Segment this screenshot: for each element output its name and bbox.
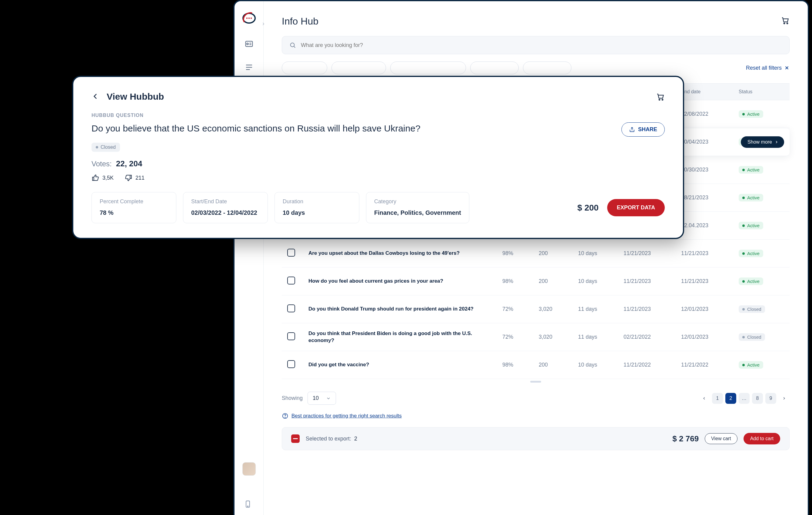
row-percent: 98% [502, 250, 539, 257]
help-icon [282, 412, 288, 419]
user-avatar[interactable] [242, 462, 256, 476]
row-count: 200 [539, 278, 578, 284]
svg-point-2 [246, 18, 247, 19]
search-bar[interactable] [282, 36, 790, 54]
selected-count: 2 [354, 436, 357, 442]
page-9[interactable]: 9 [765, 393, 776, 404]
chevron-down-icon [326, 396, 331, 401]
view-cart-button[interactable]: View cart [705, 433, 737, 444]
row-start: 11/21/2022 [624, 362, 681, 368]
row-end: 11/21/2022 [681, 362, 739, 368]
page-8[interactable]: 8 [752, 393, 763, 404]
svg-point-3 [248, 18, 249, 19]
showing-label: Showing [282, 395, 303, 401]
row-start: 11/21/2023 [624, 306, 681, 312]
row-end: 12/01/2023 [681, 334, 739, 340]
pagination: 12…89 [699, 393, 790, 404]
svg-point-9 [784, 23, 785, 24]
svg-point-4 [250, 18, 252, 19]
filter-pill[interactable] [282, 61, 327, 74]
share-icon [629, 126, 635, 133]
back-button[interactable] [91, 92, 100, 101]
reset-filters[interactable]: Reset all filters [746, 65, 790, 71]
status-badge: Active [739, 222, 763, 229]
page-next[interactable] [779, 393, 790, 404]
page-title: Info Hub [282, 16, 790, 27]
mobile-icon[interactable] [243, 500, 255, 511]
cart-icon[interactable] [781, 16, 790, 25]
help-link[interactable]: Best practices for getting the right sea… [282, 412, 790, 419]
filter-pill[interactable] [523, 61, 572, 74]
filter-pill[interactable] [331, 61, 386, 74]
table-row[interactable]: Did you get the vaccine?98%20010 days11/… [282, 351, 790, 379]
drag-handle[interactable] [530, 381, 541, 382]
row-question: Do you think Donald Trump should run for… [309, 300, 502, 318]
table-row[interactable]: Do you think that President Biden is doi… [282, 323, 790, 351]
share-button[interactable]: SHARE [621, 122, 665, 137]
status-badge: Active [739, 250, 763, 257]
row-question: Are you upset about the Dallas Cowboys l… [309, 245, 502, 262]
row-checkbox[interactable] [287, 305, 295, 312]
row-checkbox[interactable] [287, 360, 295, 368]
votes-label: Votes: [91, 160, 112, 168]
page-prev[interactable] [699, 393, 709, 404]
status-badge: Active [739, 194, 763, 201]
table-row[interactable]: Are you upset about the Dallas Cowboys l… [282, 240, 790, 267]
svg-point-8 [247, 506, 248, 507]
svg-point-14 [659, 99, 660, 100]
add-to-cart-button[interactable]: Add to cart [744, 433, 780, 445]
row-duration: 10 days [578, 362, 624, 368]
row-percent: 98% [502, 362, 539, 368]
filter-pill[interactable] [470, 61, 519, 74]
row-duration: 10 days [578, 278, 624, 284]
page-1[interactable]: 1 [712, 393, 723, 404]
row-end: 11/21/2023 [681, 278, 739, 284]
export-data-button[interactable]: EXPORT DATA [607, 199, 665, 216]
table-row[interactable]: Do you think Donald Trump should run for… [282, 295, 790, 323]
stat-duration: Duration10 days [274, 192, 359, 223]
nav-icon-dashboard[interactable] [243, 39, 255, 50]
row-start: 11/21/2023 [624, 250, 681, 257]
hubbub-label: HUBBUB QUESTION [91, 113, 665, 118]
stat-category: CategoryFinance, Politics, Government [366, 192, 469, 223]
export-bar: Selected to export: 2 $ 2 769 View cart … [282, 427, 790, 450]
modal-title: View Hubbub [107, 91, 164, 102]
nav-icon-list[interactable] [243, 62, 255, 73]
show-more-button[interactable]: Show more [741, 136, 784, 148]
row-percent: 72% [502, 306, 539, 312]
row-checkbox[interactable] [287, 332, 295, 340]
page-2[interactable]: 2 [725, 393, 736, 404]
row-start: 11/21/2023 [624, 278, 681, 284]
status-chip: Closed [91, 143, 120, 152]
share-label: SHARE [638, 126, 657, 133]
col-status: Status [739, 89, 784, 94]
page-size-select[interactable]: 10 [308, 392, 336, 405]
row-end: 10/30/2023 [681, 167, 739, 173]
question-text: Do you believe that the US economic sanc… [91, 122, 612, 135]
svg-point-6 [246, 43, 249, 45]
app-logo[interactable] [240, 10, 258, 27]
votes-value: 22, 204 [116, 159, 142, 168]
row-duration: 10 days [578, 250, 624, 257]
dislikes-count: 211 [136, 175, 145, 181]
col-end-date: End date [681, 89, 739, 94]
page-…: … [739, 393, 750, 404]
search-input[interactable] [301, 42, 782, 49]
status-badge: Active [739, 361, 763, 369]
likes[interactable]: 3,5K [91, 174, 114, 182]
stat-dates: Start/End Date02/03/2022 - 12/04/2022 [183, 192, 268, 223]
cart-icon[interactable] [656, 92, 665, 101]
deselect-icon[interactable] [291, 434, 300, 443]
row-end: 10/04/2023 [681, 139, 739, 145]
row-question: Do you think that President Biden is doi… [309, 325, 502, 350]
row-end: 12/01/2023 [681, 306, 739, 312]
table-row[interactable]: How do you feel about current gas prices… [282, 267, 790, 295]
row-checkbox[interactable] [287, 249, 295, 257]
filter-pill[interactable] [390, 61, 466, 74]
status-badge: Active [739, 278, 763, 285]
search-icon [289, 42, 296, 49]
dislikes[interactable]: 211 [124, 174, 145, 182]
page-size-value: 10 [313, 395, 319, 401]
row-checkbox[interactable] [287, 277, 295, 284]
cart-total: $ 2 769 [672, 434, 699, 444]
